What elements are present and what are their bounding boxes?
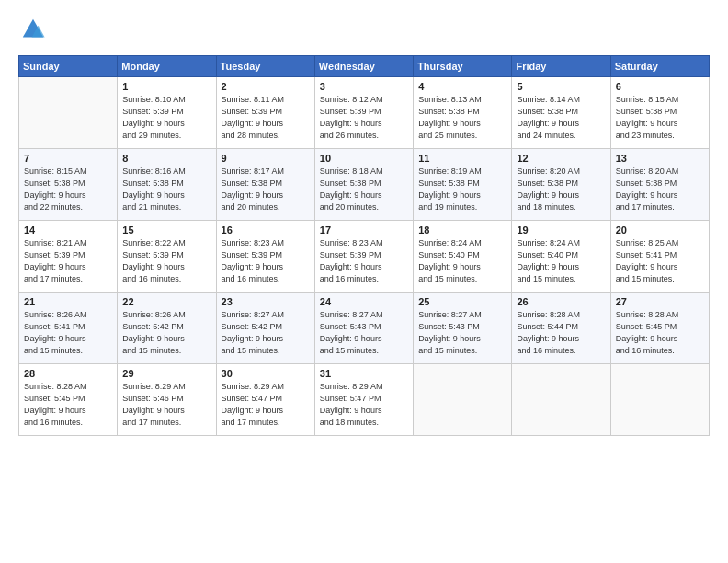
logo <box>18 17 50 46</box>
weekday-saturday: Saturday <box>610 56 709 77</box>
day-number: 3 <box>320 81 409 92</box>
weekday-tuesday: Tuesday <box>216 56 314 77</box>
calendar-cell: 18Sunrise: 8:24 AM Sunset: 5:40 PM Dayli… <box>414 221 512 293</box>
calendar-cell: 30Sunrise: 8:29 AM Sunset: 5:47 PM Dayli… <box>216 364 314 436</box>
calendar-cell: 19Sunrise: 8:24 AM Sunset: 5:40 PM Dayli… <box>512 221 610 293</box>
day-number: 28 <box>24 368 113 379</box>
calendar-cell <box>414 364 512 436</box>
calendar-cell: 2Sunrise: 8:11 AM Sunset: 5:39 PM Daylig… <box>216 77 314 149</box>
weekday-sunday: Sunday <box>19 56 118 77</box>
day-number: 29 <box>122 368 211 379</box>
day-info: Sunrise: 8:24 AM Sunset: 5:40 PM Dayligh… <box>418 237 507 285</box>
calendar-cell: 15Sunrise: 8:22 AM Sunset: 5:39 PM Dayli… <box>118 221 216 293</box>
day-info: Sunrise: 8:25 AM Sunset: 5:41 PM Dayligh… <box>616 237 705 285</box>
day-info: Sunrise: 8:28 AM Sunset: 5:45 PM Dayligh… <box>616 309 705 357</box>
day-number: 14 <box>24 224 113 236</box>
calendar-cell: 24Sunrise: 8:27 AM Sunset: 5:43 PM Dayli… <box>314 293 413 364</box>
day-number: 7 <box>24 153 113 164</box>
day-info: Sunrise: 8:29 AM Sunset: 5:46 PM Dayligh… <box>122 381 211 429</box>
day-number: 8 <box>122 153 211 164</box>
calendar-body: 1Sunrise: 8:10 AM Sunset: 5:39 PM Daylig… <box>19 77 710 436</box>
weekday-friday: Friday <box>512 56 610 77</box>
day-number: 30 <box>222 368 311 379</box>
day-number: 12 <box>517 153 606 164</box>
day-info: Sunrise: 8:27 AM Sunset: 5:43 PM Dayligh… <box>320 309 409 357</box>
day-number: 31 <box>320 368 409 379</box>
calendar-cell: 4Sunrise: 8:13 AM Sunset: 5:38 PM Daylig… <box>414 77 512 149</box>
day-number: 15 <box>122 224 211 236</box>
day-number: 16 <box>222 224 311 236</box>
week-row-2: 7Sunrise: 8:15 AM Sunset: 5:38 PM Daylig… <box>19 149 710 221</box>
calendar-cell: 1Sunrise: 8:10 AM Sunset: 5:39 PM Daylig… <box>118 77 216 149</box>
calendar-cell: 31Sunrise: 8:29 AM Sunset: 5:47 PM Dayli… <box>314 364 413 436</box>
day-info: Sunrise: 8:29 AM Sunset: 5:47 PM Dayligh… <box>320 381 409 429</box>
day-number: 20 <box>616 224 705 236</box>
calendar-cell: 8Sunrise: 8:16 AM Sunset: 5:38 PM Daylig… <box>118 149 216 221</box>
day-info: Sunrise: 8:26 AM Sunset: 5:42 PM Dayligh… <box>122 309 211 357</box>
day-info: Sunrise: 8:16 AM Sunset: 5:38 PM Dayligh… <box>122 166 211 213</box>
day-info: Sunrise: 8:28 AM Sunset: 5:45 PM Dayligh… <box>24 381 113 429</box>
week-row-5: 28Sunrise: 8:28 AM Sunset: 5:45 PM Dayli… <box>19 364 710 436</box>
day-info: Sunrise: 8:28 AM Sunset: 5:44 PM Dayligh… <box>517 309 606 357</box>
day-info: Sunrise: 8:27 AM Sunset: 5:42 PM Dayligh… <box>222 309 311 357</box>
day-info: Sunrise: 8:24 AM Sunset: 5:40 PM Dayligh… <box>517 237 606 285</box>
day-info: Sunrise: 8:29 AM Sunset: 5:47 PM Dayligh… <box>222 381 311 429</box>
calendar-cell: 20Sunrise: 8:25 AM Sunset: 5:41 PM Dayli… <box>610 221 709 293</box>
day-info: Sunrise: 8:20 AM Sunset: 5:38 PM Dayligh… <box>517 166 606 213</box>
calendar-cell: 12Sunrise: 8:20 AM Sunset: 5:38 PM Dayli… <box>512 149 610 221</box>
day-number: 11 <box>418 153 507 164</box>
day-info: Sunrise: 8:27 AM Sunset: 5:43 PM Dayligh… <box>418 309 507 357</box>
calendar-cell: 28Sunrise: 8:28 AM Sunset: 5:45 PM Dayli… <box>19 364 118 436</box>
day-number: 23 <box>222 296 311 307</box>
day-number: 25 <box>418 296 507 307</box>
day-info: Sunrise: 8:17 AM Sunset: 5:38 PM Dayligh… <box>222 166 311 213</box>
day-info: Sunrise: 8:19 AM Sunset: 5:38 PM Dayligh… <box>418 166 507 213</box>
calendar-cell: 14Sunrise: 8:21 AM Sunset: 5:39 PM Dayli… <box>19 221 118 293</box>
weekday-header-row: SundayMondayTuesdayWednesdayThursdayFrid… <box>19 56 710 77</box>
day-info: Sunrise: 8:11 AM Sunset: 5:39 PM Dayligh… <box>222 94 311 142</box>
calendar-table: SundayMondayTuesdayWednesdayThursdayFrid… <box>18 55 710 436</box>
calendar-cell <box>512 364 610 436</box>
calendar-cell: 13Sunrise: 8:20 AM Sunset: 5:38 PM Dayli… <box>610 149 709 221</box>
week-row-4: 21Sunrise: 8:26 AM Sunset: 5:41 PM Dayli… <box>19 293 710 364</box>
calendar-page: SundayMondayTuesdayWednesdayThursdayFrid… <box>0 0 728 563</box>
day-info: Sunrise: 8:15 AM Sunset: 5:38 PM Dayligh… <box>616 94 705 142</box>
day-number: 4 <box>418 81 507 92</box>
calendar-cell: 26Sunrise: 8:28 AM Sunset: 5:44 PM Dayli… <box>512 293 610 364</box>
weekday-thursday: Thursday <box>414 56 512 77</box>
calendar-cell: 25Sunrise: 8:27 AM Sunset: 5:43 PM Dayli… <box>414 293 512 364</box>
calendar-cell: 29Sunrise: 8:29 AM Sunset: 5:46 PM Dayli… <box>118 364 216 436</box>
header <box>18 17 710 46</box>
day-number: 17 <box>320 224 409 236</box>
calendar-cell: 6Sunrise: 8:15 AM Sunset: 5:38 PM Daylig… <box>610 77 709 149</box>
calendar-cell: 21Sunrise: 8:26 AM Sunset: 5:41 PM Dayli… <box>19 293 118 364</box>
calendar-cell: 23Sunrise: 8:27 AM Sunset: 5:42 PM Dayli… <box>216 293 314 364</box>
day-info: Sunrise: 8:15 AM Sunset: 5:38 PM Dayligh… <box>24 166 113 213</box>
day-number: 6 <box>616 81 705 92</box>
calendar-cell: 27Sunrise: 8:28 AM Sunset: 5:45 PM Dayli… <box>610 293 709 364</box>
calendar-cell: 3Sunrise: 8:12 AM Sunset: 5:39 PM Daylig… <box>314 77 413 149</box>
calendar-cell: 22Sunrise: 8:26 AM Sunset: 5:42 PM Dayli… <box>118 293 216 364</box>
day-number: 26 <box>517 296 606 307</box>
day-info: Sunrise: 8:18 AM Sunset: 5:38 PM Dayligh… <box>320 166 409 213</box>
calendar-cell: 11Sunrise: 8:19 AM Sunset: 5:38 PM Dayli… <box>414 149 512 221</box>
day-info: Sunrise: 8:23 AM Sunset: 5:39 PM Dayligh… <box>222 237 311 285</box>
day-info: Sunrise: 8:14 AM Sunset: 5:38 PM Dayligh… <box>517 94 606 142</box>
calendar-cell: 5Sunrise: 8:14 AM Sunset: 5:38 PM Daylig… <box>512 77 610 149</box>
day-info: Sunrise: 8:13 AM Sunset: 5:38 PM Dayligh… <box>418 94 507 142</box>
day-number: 21 <box>24 296 113 307</box>
day-number: 19 <box>517 224 606 236</box>
logo-icon <box>20 17 46 42</box>
day-info: Sunrise: 8:12 AM Sunset: 5:39 PM Dayligh… <box>320 94 409 142</box>
calendar-cell: 17Sunrise: 8:23 AM Sunset: 5:39 PM Dayli… <box>314 221 413 293</box>
day-info: Sunrise: 8:23 AM Sunset: 5:39 PM Dayligh… <box>320 237 409 285</box>
day-number: 18 <box>418 224 507 236</box>
day-number: 10 <box>320 153 409 164</box>
day-number: 24 <box>320 296 409 307</box>
calendar-cell: 9Sunrise: 8:17 AM Sunset: 5:38 PM Daylig… <box>216 149 314 221</box>
day-number: 5 <box>517 81 606 92</box>
day-number: 27 <box>616 296 705 307</box>
day-info: Sunrise: 8:10 AM Sunset: 5:39 PM Dayligh… <box>122 94 211 142</box>
day-number: 1 <box>122 81 211 92</box>
day-info: Sunrise: 8:20 AM Sunset: 5:38 PM Dayligh… <box>616 166 705 213</box>
